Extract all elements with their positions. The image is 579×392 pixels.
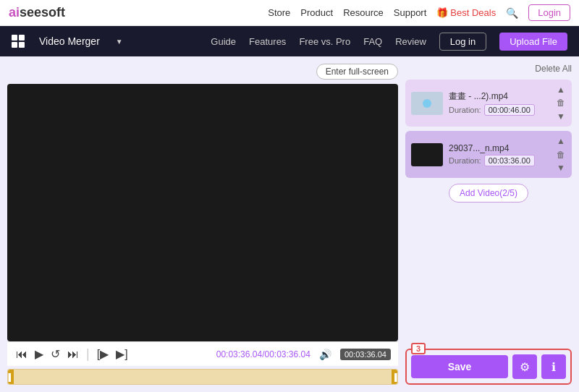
nav-review[interactable]: Review (395, 36, 426, 47)
support-link[interactable]: Support (394, 7, 427, 18)
logo-seesoft: seesoft (20, 5, 65, 20)
add-video-button[interactable]: Add Video(2/5) (449, 184, 528, 203)
file-name: 29037..._n.mp4 (449, 143, 550, 153)
search-button[interactable]: 🔍 (506, 7, 518, 19)
file-actions: ▲ 🗑 ▼ (556, 84, 566, 122)
play-button[interactable]: ▶ (33, 349, 45, 360)
file-move-down-button[interactable]: ▼ (556, 111, 566, 122)
nav-free-vs-pro[interactable]: Free vs. Pro (299, 36, 350, 47)
file-item: 畫畫 - ...2).mp4 Duration: 00:00:46.00 ▲ 🗑… (405, 80, 572, 127)
info-icon: ℹ (551, 360, 556, 374)
volume-icon[interactable]: 🔊 (319, 349, 331, 360)
save-badge: 3 (411, 343, 426, 354)
left-panel: Enter full-screen ⏮ ▶ ↺ ⏭ | [▶ ▶] 00:03:… (7, 64, 398, 385)
file-list: 畫畫 - ...2).mp4 Duration: 00:00:46.00 ▲ 🗑… (405, 80, 572, 178)
settings-button[interactable]: ⚙ (512, 354, 537, 379)
duration-label: Duration: (449, 106, 481, 114)
gear-icon: ⚙ (520, 360, 530, 374)
file-move-up-button[interactable]: ▲ (556, 84, 566, 95)
top-nav-links: Store Product Resource Support 🎁 Best De… (268, 4, 570, 21)
fullscreen-row: Enter full-screen (7, 64, 398, 80)
file-thumbnail (411, 92, 443, 115)
save-button[interactable]: Save (411, 355, 508, 378)
app-title: Video Merger (39, 35, 100, 47)
logo-ai: ai (9, 5, 20, 20)
file-item: 29037..._n.mp4 Duration: 00:03:36.00 ▲ 🗑… (405, 131, 572, 178)
app-login-button[interactable]: Log in (439, 33, 486, 51)
info-button[interactable]: ℹ (541, 354, 566, 379)
time-display: 00:03:36.04/00:03:36.04 (216, 349, 310, 359)
file-thumbnail (411, 143, 443, 166)
file-move-down-button[interactable]: ▼ (556, 162, 566, 174)
product-link[interactable]: Product (300, 7, 333, 18)
logo: aiseesoft (9, 5, 65, 20)
nav-features[interactable]: Features (249, 36, 286, 47)
player-controls: ⏮ ▶ ↺ ⏭ | [▶ ▶] 00:03:36.04/00:03:36.04 … (7, 341, 398, 366)
file-duration-row: Duration: 00:00:46.00 (449, 104, 550, 116)
fire-icon: 🎁 (436, 7, 448, 18)
file-info: 畫畫 - ...2).mp4 Duration: 00:00:46.00 (449, 90, 550, 116)
timeline-handle-left[interactable]: ▌ (8, 370, 14, 384)
delete-all-button[interactable]: Delete All (535, 64, 572, 74)
app-logo (12, 35, 25, 48)
app-nav: Guide Features Free vs. Pro FAQ Review L… (211, 33, 567, 51)
fullscreen-button[interactable]: Enter full-screen (316, 64, 398, 80)
thumb-dot (423, 99, 431, 108)
timeline-handle-right[interactable]: ▐ (392, 370, 397, 384)
skip-forward-button[interactable]: ⏭ (66, 349, 80, 360)
best-deals-link[interactable]: 🎁 Best Deals (436, 7, 496, 18)
timeline-fill (8, 370, 397, 384)
loop-button[interactable]: ↺ (49, 349, 62, 360)
divider: | (86, 346, 90, 362)
file-move-up-button[interactable]: ▲ (556, 135, 566, 147)
duration-value: 00:00:46.00 (484, 104, 535, 116)
file-info: 29037..._n.mp4 Duration: 00:03:36.00 (449, 143, 550, 166)
time-badge: 00:03:36.04 (340, 349, 391, 360)
clip-start-button[interactable]: [▶ (96, 349, 110, 360)
resource-link[interactable]: Resource (343, 7, 384, 18)
timeline-bar[interactable]: ▌ ▐ (7, 369, 398, 385)
save-section: 3 Save ⚙ ℹ (405, 349, 572, 385)
file-name: 畫畫 - ...2).mp4 (449, 90, 550, 103)
current-time: 00:03:36.04 (216, 349, 262, 359)
file-actions: ▲ 🗑 ▼ (556, 135, 566, 174)
duration-label: Duration: (449, 156, 481, 165)
dropdown-arrow-icon[interactable]: ▼ (116, 38, 123, 46)
app-bar: Video Merger ▼ Guide Features Free vs. P… (0, 26, 579, 56)
nav-guide[interactable]: Guide (211, 36, 236, 47)
right-panel: Delete All 畫畫 - ...2).mp4 Duration: 00:0… (405, 64, 572, 385)
top-nav: aiseesoft Store Product Resource Support… (0, 0, 579, 26)
nav-faq[interactable]: FAQ (363, 36, 382, 47)
login-button[interactable]: Login (528, 4, 570, 21)
skip-back-button[interactable]: ⏮ (14, 349, 29, 360)
delete-all-row: Delete All (405, 64, 572, 74)
upload-file-button[interactable]: Upload File (499, 33, 567, 51)
save-row: Save ⚙ ℹ (411, 354, 566, 379)
file-delete-button[interactable]: 🗑 (556, 97, 566, 108)
duration-value: 00:03:36.00 (484, 155, 535, 166)
clip-end-button[interactable]: ▶] (114, 349, 129, 360)
total-time: /00:03:36.04 (262, 349, 310, 359)
file-duration-row: Duration: 00:03:36.00 (449, 155, 550, 166)
file-delete-button[interactable]: 🗑 (556, 149, 566, 161)
store-link[interactable]: Store (268, 7, 290, 18)
main-content: Enter full-screen ⏮ ▶ ↺ ⏭ | [▶ ▶] 00:03:… (0, 56, 579, 392)
video-player (7, 84, 398, 341)
grid-icon (12, 35, 25, 48)
